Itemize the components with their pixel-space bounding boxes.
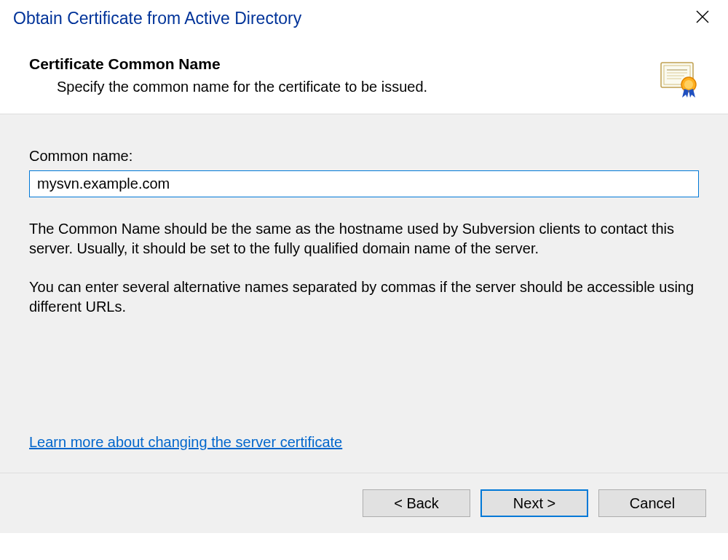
titlebar: Obtain Certificate from Active Directory (0, 0, 728, 42)
page-subtitle: Specify the common name for the certific… (29, 79, 644, 95)
wizard-header: Certificate Common Name Specify the comm… (0, 42, 728, 114)
common-name-input[interactable] (29, 170, 699, 197)
certificate-icon (658, 58, 699, 99)
header-text: Certificate Common Name Specify the comm… (29, 55, 644, 95)
next-button[interactable]: Next > (480, 489, 588, 517)
wizard-content: Common name: The Common Name should be t… (0, 114, 728, 473)
close-icon[interactable] (690, 7, 715, 29)
common-name-label: Common name: (29, 148, 699, 165)
dialog-title: Obtain Certificate from Active Directory (13, 9, 301, 28)
wizard-footer: < Back Next > Cancel (0, 473, 728, 533)
svg-point-9 (684, 80, 693, 89)
help-text-2: You can enter several alternative names … (29, 277, 699, 317)
learn-more-link[interactable]: Learn more about changing the server cer… (29, 434, 342, 451)
back-button[interactable]: < Back (363, 489, 470, 517)
cancel-button[interactable]: Cancel (598, 489, 706, 517)
help-text-1: The Common Name should be the same as th… (29, 219, 699, 259)
page-title: Certificate Common Name (29, 55, 644, 73)
